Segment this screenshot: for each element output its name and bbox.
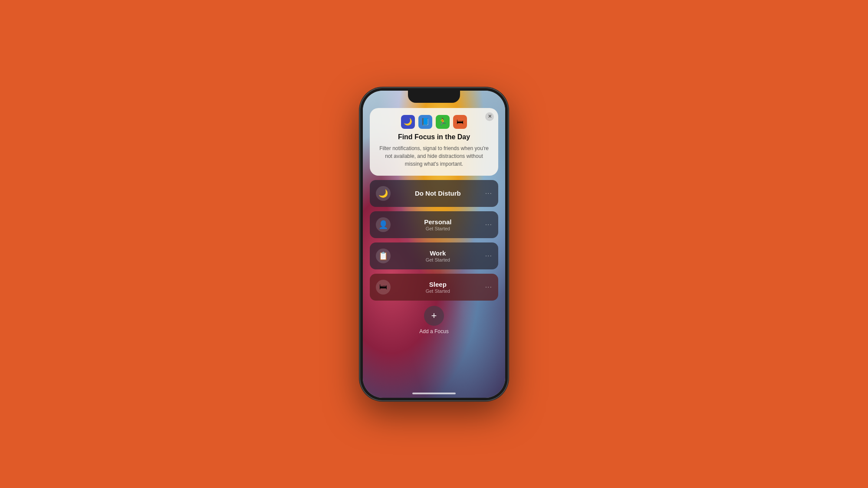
work-text: Work Get Started: [396, 249, 480, 262]
work-sub: Get Started: [426, 257, 450, 262]
notch: [408, 91, 460, 103]
book-icon-bubble: 📘: [418, 115, 432, 129]
personal-more-button[interactable]: ···: [485, 221, 492, 229]
focus-item-do-not-disturb[interactable]: 🌙 Do Not Disturb ···: [370, 180, 498, 207]
screen: ✕ 🌙 📘 🏃 🛏 Find Focus in the Day Filter n…: [363, 91, 505, 398]
do-not-disturb-more-button[interactable]: ···: [485, 190, 492, 197]
card-description: Filter notifications, signal to friends …: [378, 144, 490, 168]
home-indicator: [412, 393, 456, 394]
moon-icon-bubble: 🌙: [401, 115, 415, 129]
card-icon-row: 🌙 📘 🏃 🛏: [378, 115, 490, 129]
sleep-more-button[interactable]: ···: [485, 283, 492, 291]
card-title: Find Focus in the Day: [378, 133, 490, 141]
personal-icon: 👤: [376, 217, 391, 232]
personal-text: Personal Get Started: [396, 218, 480, 231]
add-focus-button[interactable]: + Add a Focus: [419, 306, 448, 334]
do-not-disturb-name: Do Not Disturb: [415, 190, 461, 197]
close-button[interactable]: ✕: [485, 112, 494, 121]
screen-content: ✕ 🌙 📘 🏃 🛏 Find Focus in the Day Filter n…: [363, 103, 505, 398]
personal-name: Personal: [424, 218, 451, 226]
work-name: Work: [430, 249, 446, 257]
iphone-frame: ✕ 🌙 📘 🏃 🛏 Find Focus in the Day Filter n…: [360, 88, 508, 400]
add-focus-circle-icon: +: [424, 306, 444, 326]
work-icon: 📋: [376, 249, 391, 263]
work-more-button[interactable]: ···: [485, 252, 492, 260]
run-icon-bubble: 🏃: [436, 115, 450, 129]
sleep-icon: 🛏: [376, 280, 391, 295]
sleep-sub: Get Started: [426, 288, 450, 294]
bed-icon-bubble: 🛏: [453, 115, 467, 129]
focus-item-sleep[interactable]: 🛏 Sleep Get Started ···: [370, 274, 498, 301]
do-not-disturb-icon: 🌙: [376, 186, 391, 201]
do-not-disturb-text: Do Not Disturb: [396, 190, 480, 197]
sleep-text: Sleep Get Started: [396, 281, 480, 294]
focus-info-card: ✕ 🌙 📘 🏃 🛏 Find Focus in the Day Filter n…: [370, 108, 498, 176]
background: ✕ 🌙 📘 🏃 🛏 Find Focus in the Day Filter n…: [0, 0, 868, 488]
personal-sub: Get Started: [426, 226, 450, 231]
focus-item-personal[interactable]: 👤 Personal Get Started ···: [370, 211, 498, 238]
focus-item-work[interactable]: 📋 Work Get Started ···: [370, 242, 498, 269]
sleep-name: Sleep: [429, 281, 447, 288]
add-focus-label: Add a Focus: [419, 328, 448, 334]
